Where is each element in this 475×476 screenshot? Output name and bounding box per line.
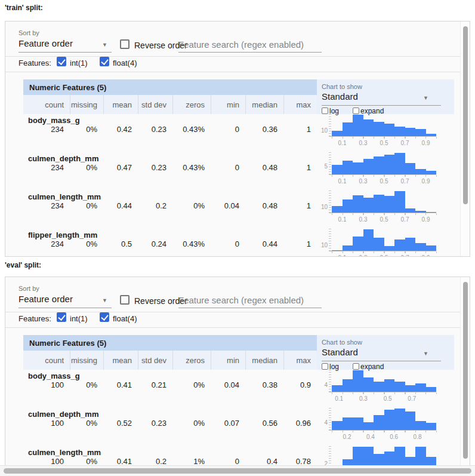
- hist-x-label: 0.7: [401, 178, 409, 185]
- stat-mean: 0.47: [103, 163, 138, 172]
- stat-mean: 0.52: [103, 419, 138, 428]
- hist-x-label: 0.5: [380, 254, 388, 257]
- reverse-order-checkbox[interactable]: [120, 295, 129, 305]
- hist-y-label: 5: [317, 163, 328, 170]
- hist-x-label: 0.3: [359, 178, 368, 185]
- hist-x-axis-ticks: [332, 251, 437, 253]
- hist-x-label: 0.1: [338, 254, 347, 257]
- hist-bar: [363, 447, 374, 466]
- stat-missing: 0%: [70, 239, 103, 248]
- int-filter-checkbox[interactable]: [57, 312, 66, 322]
- hist-x-label: 0.3: [359, 254, 368, 257]
- hist-bar: [363, 229, 374, 251]
- stat-mean: 0.42: [103, 125, 138, 134]
- hist-bar: [353, 447, 363, 466]
- panel-scrollbar-track[interactable]: [460, 277, 470, 465]
- chart-to-show-label: Chart to show: [322, 83, 362, 90]
- hist-bar: [394, 127, 405, 137]
- float-filter-label: float(4): [113, 314, 137, 323]
- feature-search-input[interactable]: [178, 295, 322, 308]
- chart-type-dropdown[interactable]: Standard ▼: [322, 347, 441, 358]
- chevron-down-icon: ▼: [102, 297, 107, 303]
- hist-y-axis-ticks: [329, 229, 331, 251]
- hist-bar: [394, 153, 405, 175]
- horizontal-scrollbar-thumb[interactable]: [4, 468, 471, 474]
- stat-std-dev: 0.23: [138, 163, 172, 172]
- stat-zeros: 0%: [172, 380, 211, 389]
- stat-median: 0.44: [245, 239, 283, 248]
- hist-x-label: 0.1: [338, 216, 347, 223]
- train-split-label: 'train' split:: [5, 4, 43, 12]
- panel-scrollbar-track[interactable]: [460, 22, 470, 256]
- hist-bar: [415, 421, 426, 431]
- hist-x-label: 0.9: [422, 216, 430, 223]
- stat-max: 1: [283, 239, 317, 248]
- divider: [5, 312, 470, 312]
- hist-y-label: 10: [317, 127, 328, 134]
- hist-bar: [353, 162, 363, 175]
- hist-bar: [405, 128, 416, 137]
- hist-x-label: 0.5: [384, 395, 392, 402]
- column-header-median: median: [245, 351, 283, 370]
- hist-x-label: 0.7: [401, 140, 409, 146]
- sort-by-dropdown[interactable]: Feature order ▼: [18, 38, 112, 51]
- float-filter-checkbox[interactable]: [100, 57, 109, 66]
- feature-stats: 2340%0.420.230.43%00.361: [23, 125, 317, 134]
- stat-min: 0.07: [211, 419, 245, 428]
- stat-std-dev: 0.23: [138, 125, 172, 134]
- stat-std-dev: 0.23: [138, 419, 172, 428]
- column-header-zeros: zeros: [172, 351, 211, 370]
- hist-bar: [332, 165, 343, 175]
- feature-stats: 1000%0.410.210%0.040.380.9: [23, 380, 317, 389]
- hist-x-label: 0.5: [380, 140, 388, 146]
- chart-type-dropdown[interactable]: Standard ▼: [322, 91, 441, 102]
- float-filter-checkbox[interactable]: [100, 312, 109, 322]
- hist-bar: [343, 417, 353, 431]
- column-header-median: median: [245, 95, 283, 114]
- stat-missing: 0%: [70, 457, 103, 466]
- feature-row-culmen_depth_mm: culmen_depth_mm1000%0.520.230%0.070.560.…: [23, 408, 317, 446]
- stat-max: 0.96: [283, 419, 317, 428]
- hist-y-label: 10: [317, 204, 328, 210]
- horizontal-scrollbar-track[interactable]: [0, 465, 475, 476]
- sort-by-underline: [18, 308, 112, 308]
- feature-stats: 2340%0.470.230.43%00.481: [23, 163, 317, 172]
- hist-bar: [374, 238, 384, 251]
- feature-row-culmen_length_mm: culmen_length_mm1000%0.410.21%00.40.78: [23, 446, 317, 466]
- hist-bar: [405, 163, 416, 175]
- log-checkbox[interactable]: [322, 363, 328, 370]
- features-label: Features:: [18, 59, 51, 67]
- sort-by-dropdown[interactable]: Feature order ▼: [18, 294, 112, 307]
- hist-plot-area: [332, 229, 436, 251]
- stat-count: 234: [23, 239, 70, 248]
- hist-bar: [374, 122, 384, 137]
- int-filter-checkbox[interactable]: [57, 57, 66, 66]
- expand-checkbox[interactable]: [353, 108, 359, 114]
- feature-row-culmen_depth_mm: culmen_depth_mm2340%0.470.230.43%00.481: [23, 152, 317, 191]
- divider: [5, 72, 470, 72]
- panel-scrollbar-thumb[interactable]: [463, 26, 468, 204]
- hist-x-label: 0.8: [414, 434, 422, 440]
- feature-stats: 2340%0.440.20%0.040.481: [23, 201, 317, 210]
- chart-type-underline: [322, 105, 441, 106]
- hist-bar: [394, 239, 405, 251]
- hist-y-label: 4: [317, 419, 328, 426]
- stat-missing: 0%: [70, 380, 103, 389]
- feature-search-input[interactable]: [178, 39, 322, 53]
- stat-median: 0.4: [245, 457, 283, 466]
- hist-y-label: 4: [317, 382, 328, 388]
- hist-y-label: 10: [317, 242, 328, 248]
- stat-min: 0: [211, 125, 245, 134]
- hist-bar: [353, 370, 363, 392]
- reverse-order-checkbox[interactable]: [120, 39, 129, 49]
- feature-name: culmen_depth_mm: [28, 154, 98, 163]
- expand-checkbox[interactable]: [353, 363, 359, 370]
- column-header-missing: missing: [70, 95, 103, 114]
- hist-bar: [363, 159, 374, 175]
- feature-name: culmen_length_mm: [28, 192, 101, 201]
- log-checkbox[interactable]: [322, 108, 328, 114]
- stat-zeros: 0.43%: [172, 125, 211, 134]
- hist-bar: [415, 383, 426, 392]
- panel-scrollbar-thumb[interactable]: [463, 282, 468, 459]
- stat-median: 0.36: [245, 125, 283, 134]
